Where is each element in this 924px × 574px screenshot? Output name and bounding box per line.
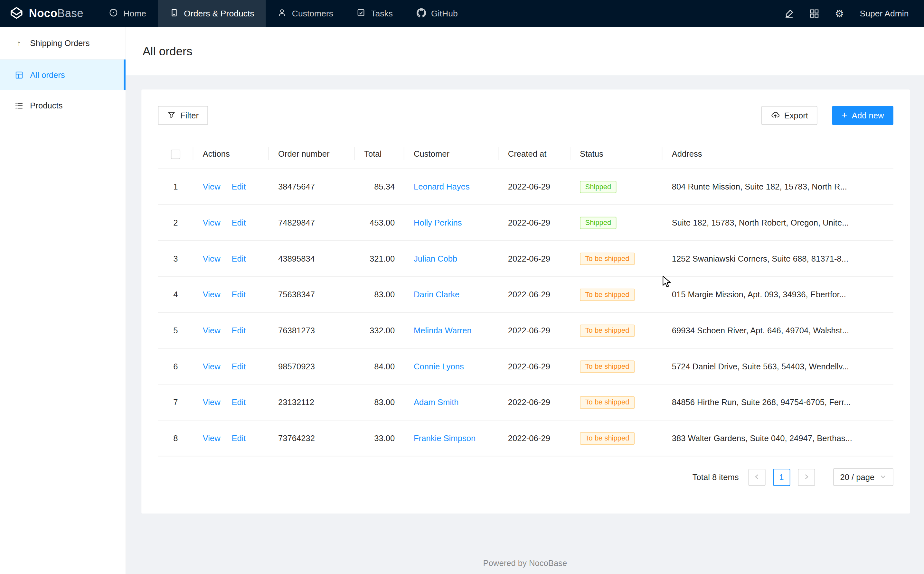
select-all-cell [158, 149, 193, 159]
status-badge: To be shipped [580, 360, 635, 372]
created-at-cell: 2022-06-29 [499, 218, 570, 227]
main-area: All orders Filter [126, 27, 924, 574]
page-size-select[interactable]: 20 / page [833, 468, 893, 486]
pagination: Total 8 items 1 [158, 468, 893, 486]
action-divider [226, 183, 226, 191]
address-cell: 84856 Hirthe Run, Suite 268, 94754-6705,… [662, 398, 893, 407]
customer-link[interactable]: Julian Cobb [414, 254, 457, 263]
nav-item-orders-products[interactable]: Orders & Products [158, 0, 266, 27]
blocks-icon[interactable] [809, 9, 819, 18]
customer-cell: Connie Lyons [404, 362, 499, 371]
created-at-cell: 2022-06-29 [499, 362, 570, 371]
sidebar-item-products[interactable]: Products [0, 90, 126, 121]
created-at-cell: 2022-06-29 [499, 290, 570, 299]
github-icon [416, 8, 426, 19]
sidebar-item-label: Products [30, 101, 62, 110]
status-badge: To be shipped [580, 288, 635, 301]
sidebar: ↑ Shipping Orders All orders [0, 27, 126, 574]
export-button[interactable]: Export [761, 106, 817, 125]
sidebar-item-all-orders[interactable]: All orders [0, 60, 126, 90]
nav-item-home[interactable]: Home [98, 0, 158, 27]
view-link[interactable]: View [203, 254, 221, 263]
nocobase-logo-icon [9, 5, 24, 21]
pagination-next-button[interactable] [798, 468, 815, 486]
table-header-row: Actions Order number Total Customer Crea… [158, 139, 893, 169]
home-icon [109, 8, 118, 19]
total-cell: 83.00 [355, 398, 404, 407]
filter-button[interactable]: Filter [158, 106, 208, 125]
table-row: 3 View Edit 43895834 321.00 Julian Cobb … [158, 241, 893, 277]
row-index: 1 [158, 182, 193, 191]
row-index: 5 [158, 326, 193, 335]
column-header-address: Address [662, 149, 893, 158]
view-link[interactable]: View [203, 434, 221, 443]
logo-text: NocoBase [29, 7, 84, 20]
user-menu[interactable]: Super Admin [859, 9, 908, 18]
sidebar-item-shipping-orders[interactable]: ↑ Shipping Orders [0, 27, 126, 60]
edit-link[interactable]: Edit [232, 398, 246, 407]
edit-link[interactable]: Edit [232, 362, 246, 371]
view-link[interactable]: View [203, 398, 221, 407]
status-cell: To be shipped [570, 432, 663, 444]
customer-cell: Darin Clarke [404, 290, 499, 299]
view-link[interactable]: View [203, 362, 221, 371]
customer-cell: Melinda Warren [404, 326, 499, 335]
row-index: 8 [158, 434, 193, 443]
highlight-icon[interactable] [784, 9, 794, 18]
add-new-button[interactable]: + Add new [832, 106, 893, 125]
customer-link[interactable]: Darin Clarke [414, 290, 460, 299]
column-header-actions: Actions [193, 149, 269, 158]
sidebar-item-label: All orders [30, 70, 65, 79]
main-menu: Home Orders & Products Customers [98, 0, 469, 27]
order-number-cell: 75638347 [269, 290, 355, 299]
created-at-cell: 2022-06-29 [499, 182, 570, 191]
settings-icon[interactable]: ⚙ [835, 9, 844, 19]
row-actions: View Edit [193, 218, 269, 227]
top-navbar: NocoBase Home Orders & Products [0, 0, 924, 27]
total-cell: 332.00 [355, 326, 404, 335]
nav-item-github[interactable]: GitHub [405, 0, 470, 27]
customer-link[interactable]: Holly Perkins [414, 218, 462, 227]
total-cell: 84.00 [355, 362, 404, 371]
nav-item-customers[interactable]: Customers [266, 0, 345, 27]
edit-link[interactable]: Edit [232, 254, 246, 263]
edit-link[interactable]: Edit [232, 326, 246, 335]
action-divider [226, 218, 226, 227]
nocobase-logo[interactable]: NocoBase [0, 0, 98, 27]
arrow-up-icon: ↑ [14, 39, 24, 47]
customer-link[interactable]: Adam Smith [414, 398, 459, 407]
nav-item-tasks[interactable]: Tasks [345, 0, 405, 27]
nav-item-label: Customers [292, 9, 333, 18]
order-number-cell: 74829847 [269, 218, 355, 227]
view-link[interactable]: View [203, 326, 221, 335]
edit-link[interactable]: Edit [232, 218, 246, 227]
customer-link[interactable]: Melinda Warren [414, 326, 472, 335]
chevron-down-icon [880, 472, 886, 482]
plus-icon: + [842, 110, 847, 120]
action-divider [226, 290, 226, 299]
sidebar-item-label: Shipping Orders [30, 38, 90, 47]
view-link[interactable]: View [203, 290, 221, 299]
row-index: 7 [158, 398, 193, 407]
order-number-cell: 43895834 [269, 254, 355, 263]
tasks-icon [357, 8, 365, 19]
created-at-cell: 2022-06-29 [499, 326, 570, 335]
customer-cell: Adam Smith [404, 398, 499, 407]
pagination-prev-button[interactable] [748, 468, 765, 486]
orders-table: Actions Order number Total Customer Crea… [158, 139, 893, 457]
view-link[interactable]: View [203, 218, 221, 227]
customer-link[interactable]: Connie Lyons [414, 362, 464, 371]
edit-link[interactable]: Edit [232, 434, 246, 443]
customer-link[interactable]: Frankie Simpson [414, 434, 475, 443]
edit-link[interactable]: Edit [232, 182, 246, 191]
orders-card: Filter Export [141, 90, 910, 514]
pagination-page-1[interactable]: 1 [773, 468, 790, 486]
edit-link[interactable]: Edit [232, 290, 246, 299]
order-number-cell: 38475647 [269, 182, 355, 191]
select-all-checkbox[interactable] [171, 149, 180, 159]
view-link[interactable]: View [203, 182, 221, 191]
export-icon [771, 110, 779, 121]
status-cell: To be shipped [570, 324, 663, 337]
customer-link[interactable]: Leonard Hayes [414, 182, 470, 191]
status-badge: Shipped [580, 216, 616, 229]
